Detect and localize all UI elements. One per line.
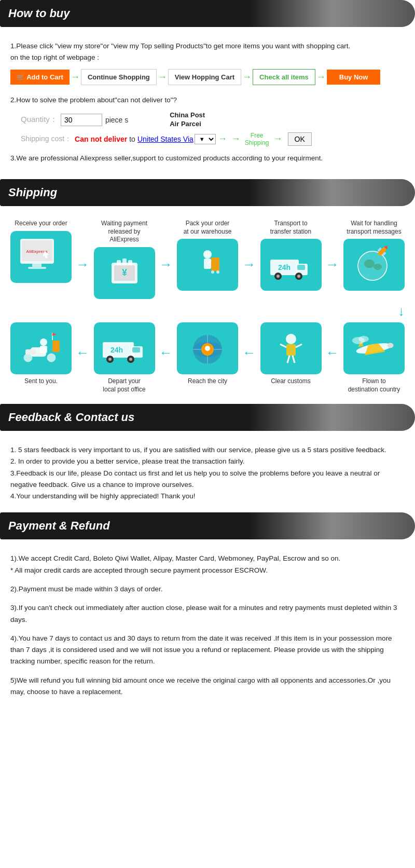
- svg-rect-10: [122, 259, 127, 265]
- payment-point2: 2).Payment must be made within 3 days of…: [10, 584, 405, 595]
- svg-rect-38: [25, 349, 36, 355]
- payment-section: Payment & Refund 1).We accept Credit Car…: [0, 512, 415, 708]
- payment-header: Payment & Refund: [0, 512, 415, 539]
- shipping-via-select[interactable]: ▼: [195, 134, 216, 144]
- payment-point1: 1).We accept Credit Card, Boleto Qiwi Wa…: [10, 553, 405, 576]
- payment-point5: 5)We will refund you full winning bid am…: [10, 675, 405, 698]
- svg-point-51: [129, 358, 132, 361]
- svg-point-12: [203, 250, 212, 259]
- quantity-input[interactable]: [61, 114, 102, 126]
- ship-step-5-icon: [343, 239, 405, 291]
- ship-step-7-label: Depart your local post office: [103, 377, 146, 394]
- svg-point-49: [108, 358, 112, 361]
- ship-step-9: Clear customs: [260, 322, 322, 386]
- svg-rect-21: [297, 265, 305, 270]
- ship-arrow-7: ←: [242, 345, 256, 361]
- ship-arrow-1: →: [76, 256, 89, 273]
- svg-line-62: [280, 344, 286, 347]
- svg-point-36: [47, 354, 56, 362]
- feedback-title: Feedback & Contact us: [8, 411, 134, 424]
- payment-header-bar: Payment & Refund: [0, 512, 415, 539]
- ship-arrow-5: ←: [76, 345, 89, 361]
- svg-rect-4: [28, 267, 46, 269]
- shipping-cost-row: Shipping cost： Can not deliver to United…: [21, 132, 405, 146]
- ship-step-4-label: Transport to transfer station: [270, 220, 311, 236]
- china-post-info: China Post Air Parcei: [170, 111, 205, 129]
- ship-arrow-2: →: [159, 256, 173, 273]
- shipping-arrow-3: →: [273, 133, 283, 144]
- svg-rect-61: [286, 344, 296, 356]
- arrow-1: →: [71, 72, 80, 83]
- quantity-label: Quantity：: [21, 115, 58, 125]
- buy-now-button[interactable]: Buy Now: [327, 70, 381, 85]
- ship-arrow-8: ←: [326, 345, 339, 361]
- ship-step-3-icon: [177, 239, 238, 291]
- view-hopping-cart-button[interactable]: View Hopping Cart: [168, 69, 241, 85]
- svg-rect-3: [32, 264, 42, 267]
- ship-step-8-label: Reach the city: [188, 377, 227, 386]
- svg-point-25: [297, 275, 300, 278]
- shipping-arrow-2: →: [231, 133, 241, 144]
- china-post-line1: China Post: [170, 111, 205, 119]
- svg-text:¥: ¥: [121, 267, 127, 278]
- ship-arrow-6: ←: [159, 345, 173, 361]
- how-to-buy-header-bar: How to buy: [0, 0, 415, 27]
- shipping-header-bar: Shipping: [0, 179, 415, 206]
- svg-point-18: [216, 270, 219, 274]
- ship-step-6-icon: [10, 322, 72, 374]
- svg-rect-47: [132, 347, 140, 352]
- ship-step-10-label: Flown to destination country: [348, 377, 400, 394]
- arrow-2: →: [158, 72, 167, 83]
- feedback-text: 1. 5 stars feedback is very important to…: [10, 444, 405, 502]
- how-to-buy-header: How to buy: [0, 0, 415, 27]
- ship-step-7-icon: 24h: [94, 322, 155, 374]
- svg-point-17: [211, 270, 214, 274]
- ship-step-8-icon: [177, 322, 238, 374]
- free-shipping-box: Free Shipping: [245, 132, 269, 146]
- svg-rect-40: [40, 346, 47, 353]
- svg-rect-11: [128, 260, 132, 265]
- shipping-content: Receive your order AliExpress → W: [0, 214, 415, 404]
- free-shipping-text: Free Shipping: [245, 132, 269, 146]
- cannot-deliver-text: Can not deliver: [75, 135, 127, 143]
- ship-step-1-icon: AliExpress: [10, 231, 72, 283]
- ship-step-2-label: Waiting payment released by AliExpress: [94, 220, 155, 244]
- ship-step-7: 24h Depart your local post office: [94, 322, 155, 394]
- how-to-buy-point2: 2.How to solve the problem about"can not…: [10, 94, 405, 106]
- feedback-content: 1. 5 stars feedback is very important to…: [0, 439, 415, 512]
- continue-shopping-button[interactable]: Continue Shopping: [81, 69, 157, 85]
- ship-step-6-label: Sent to you.: [24, 377, 58, 386]
- svg-rect-15: [211, 257, 219, 265]
- to-text: to: [129, 135, 135, 143]
- ship-step-3-label: Pack your order at our warehouse: [184, 220, 232, 236]
- how-to-buy-point1: 1.Please click "view my store"or "view m…: [10, 40, 405, 63]
- quantity-unit: piece s: [105, 116, 128, 124]
- svg-point-29: [364, 260, 375, 268]
- ship-arrow-3: →: [242, 256, 256, 273]
- add-to-cart-button[interactable]: 🛒 Add to Cart: [10, 70, 70, 85]
- payment-point3: 3).If you can't check out immediately af…: [10, 602, 405, 626]
- svg-point-30: [374, 264, 382, 270]
- purchase-flow: 🛒 Add to Cart → Continue Shopping → View…: [10, 69, 405, 85]
- ok-button[interactable]: OK: [288, 132, 312, 146]
- arrow-4: →: [316, 72, 326, 83]
- shipping-title: Shipping: [8, 186, 57, 199]
- svg-line-65: [293, 356, 295, 363]
- ship-arrow-down: ↓: [10, 303, 405, 319]
- svg-text:24h: 24h: [278, 263, 290, 272]
- check-all-items-button[interactable]: Check all items: [253, 69, 315, 85]
- shipping-problem-section: Quantity： piece s China Post Air Parcei …: [21, 111, 405, 146]
- svg-marker-44: [52, 333, 57, 336]
- ship-step-2-icon: ¥: [94, 247, 155, 299]
- ship-step-4-icon: 24h: [260, 239, 322, 291]
- svg-point-59: [205, 346, 210, 351]
- quantity-row: Quantity： piece s China Post Air Parcei: [21, 111, 405, 129]
- how-to-buy-point3: 3.We are professional Aliexpress seller,…: [10, 153, 405, 164]
- arrow-3: →: [242, 72, 252, 83]
- svg-point-39: [40, 338, 47, 346]
- shipping-row2: Sent to you. ← 24h D: [10, 322, 405, 394]
- ship-step-4: Transport to transfer station: [260, 220, 322, 291]
- ship-step-2: Waiting payment released by AliExpress ¥: [94, 220, 155, 299]
- shipping-arrow-1: →: [218, 133, 227, 144]
- us-link[interactable]: United States Via: [137, 135, 193, 143]
